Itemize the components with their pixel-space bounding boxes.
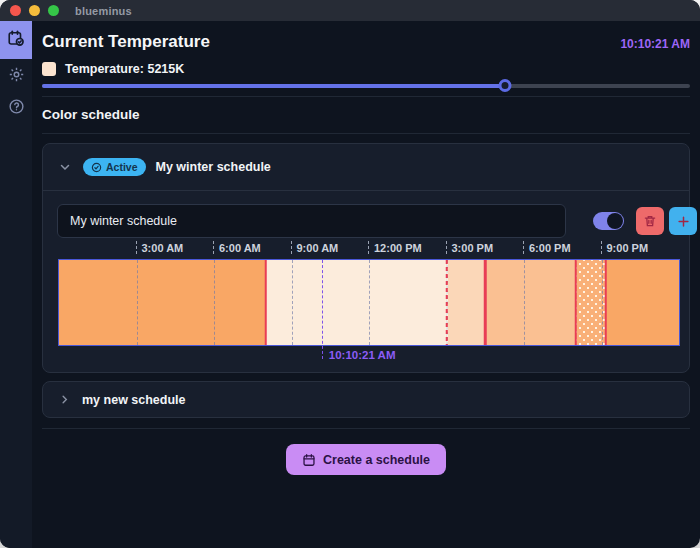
tick-label: 6:00 AM xyxy=(219,242,261,254)
sidebar-item-help[interactable] xyxy=(0,97,32,119)
zoom-button[interactable] xyxy=(48,5,59,16)
sidebar-item-schedule[interactable] xyxy=(0,21,32,59)
tick-mark xyxy=(601,241,603,254)
page-title: Current Temperature xyxy=(42,32,210,52)
timeline-segment[interactable] xyxy=(606,260,679,345)
tick-label: 3:00 AM xyxy=(142,242,184,254)
timeline-tick: 3:00 AM xyxy=(136,241,184,254)
chevron-right-icon xyxy=(59,394,70,405)
temperature-slider[interactable] xyxy=(42,79,690,93)
segment-separator[interactable] xyxy=(605,260,608,345)
schedule-name-input[interactable] xyxy=(57,204,566,238)
timeline-tick: 12:00 PM xyxy=(368,241,422,254)
timeline-tick: 6:00 AM xyxy=(213,241,261,254)
segment-separator[interactable] xyxy=(574,260,577,345)
window-title: blueminus xyxy=(75,5,132,17)
segment-separator[interactable] xyxy=(264,260,267,345)
active-badge: Active xyxy=(83,158,146,176)
tick-mark xyxy=(368,241,370,254)
divider xyxy=(42,96,690,97)
schedule-title: my new schedule xyxy=(82,393,186,407)
trash-icon xyxy=(643,214,657,228)
segment-separator[interactable] xyxy=(484,260,487,345)
temperature-label: Temperature: 5215K xyxy=(65,62,184,76)
schedule-panel-header[interactable]: my new schedule xyxy=(43,382,689,417)
schedule-panel-new: my new schedule xyxy=(42,381,690,418)
timeline-segment[interactable] xyxy=(59,260,266,345)
tick-label: 3:00 PM xyxy=(452,242,494,254)
calendar-icon xyxy=(302,453,316,467)
toggle-knob xyxy=(607,213,623,229)
section-title: Color schedule xyxy=(42,107,140,122)
tick-label: 9:00 AM xyxy=(297,242,339,254)
create-schedule-button[interactable]: Create a schedule xyxy=(286,444,446,475)
slider-thumb[interactable] xyxy=(499,79,512,92)
divider xyxy=(42,428,690,429)
segment-separator[interactable] xyxy=(445,260,448,345)
calendar-clock-icon xyxy=(7,29,25,51)
tick-mark xyxy=(291,241,293,254)
schedule-enabled-toggle[interactable] xyxy=(593,212,624,230)
timeline-tick-row: 3:00 AM6:00 AM9:00 AM12:00 PM3:00 PM6:00… xyxy=(58,241,678,257)
tick-label: 6:00 PM xyxy=(529,242,571,254)
timeline-band[interactable]: 10:10:21 AM xyxy=(58,259,680,346)
active-badge-label: Active xyxy=(106,161,138,173)
create-schedule-label: Create a schedule xyxy=(323,453,430,467)
tick-mark xyxy=(213,241,215,254)
check-circle-icon xyxy=(91,162,102,173)
slider-fill xyxy=(42,84,505,88)
timeline-gridline xyxy=(214,260,215,345)
tick-mark xyxy=(446,241,448,254)
main-content: Current Temperature 10:10:21 AM Temperat… xyxy=(32,21,700,548)
timeline-segment[interactable] xyxy=(266,260,447,345)
tick-label: 9:00 PM xyxy=(607,242,649,254)
schedule-panel-winter: Active My winter schedule xyxy=(42,143,690,373)
minimize-button[interactable] xyxy=(29,5,40,16)
sidebar xyxy=(0,21,32,548)
timeline-gridline xyxy=(369,260,370,345)
divider xyxy=(42,133,690,134)
timeline-tick: 9:00 PM xyxy=(601,241,649,254)
tick-mark xyxy=(136,241,138,254)
timeline-gridline xyxy=(524,260,525,345)
timeline-segment[interactable] xyxy=(447,260,486,345)
app-window: blueminus xyxy=(0,0,700,548)
schedule-title: My winter schedule xyxy=(156,160,271,174)
current-time-marker-label: 10:10:21 AM xyxy=(329,349,396,361)
timeline-segment[interactable] xyxy=(485,260,575,345)
timeline-gridline xyxy=(292,260,293,345)
delete-schedule-button[interactable] xyxy=(636,207,664,235)
close-button[interactable] xyxy=(10,5,21,16)
add-stop-button[interactable] xyxy=(669,207,697,235)
timeline-gridline xyxy=(602,260,603,345)
timeline-tick: 9:00 AM xyxy=(291,241,339,254)
divider xyxy=(43,190,689,191)
timeline-tick: 6:00 PM xyxy=(523,241,571,254)
gear-icon xyxy=(8,66,25,87)
temperature-row: Temperature: 5215K xyxy=(42,62,184,76)
current-time-marker xyxy=(322,260,323,359)
temperature-color-swatch xyxy=(42,62,56,76)
schedule-controls-row xyxy=(57,204,681,238)
help-icon xyxy=(8,98,25,119)
schedule-panel-header[interactable]: Active My winter schedule xyxy=(43,144,689,190)
tick-label: 12:00 PM xyxy=(374,242,422,254)
plus-icon xyxy=(676,214,691,229)
chevron-down-icon xyxy=(59,161,71,173)
sidebar-item-settings[interactable] xyxy=(0,65,32,87)
tick-mark xyxy=(523,241,525,254)
titlebar: blueminus xyxy=(0,0,700,21)
current-time: 10:10:21 AM xyxy=(620,37,690,51)
timeline-tick: 3:00 PM xyxy=(446,241,494,254)
timeline-gridline xyxy=(137,260,138,345)
